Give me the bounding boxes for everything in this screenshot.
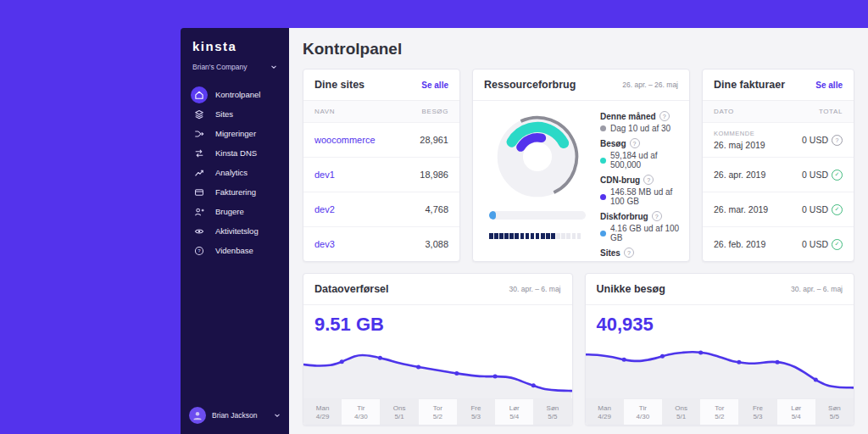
data-transfer-date-range: 30. apr. – 6. maj xyxy=(509,285,561,293)
sidebar-item-label: Kinsta DNS xyxy=(215,148,257,158)
invoice-date: 26. feb. 2019 xyxy=(714,239,765,249)
sidebar-item-aktivitetslog[interactable]: Aktivitetslog xyxy=(181,221,289,241)
legend-value: 59,184 ud af 500,000 xyxy=(610,151,681,170)
help-icon[interactable]: ? xyxy=(624,248,634,258)
company-selector[interactable]: Brian's Company xyxy=(181,55,289,85)
site-link[interactable]: dev3 xyxy=(314,239,335,249)
sidebar-item-videnbase[interactable]: ?Videnbase xyxy=(181,241,289,260)
table-row: dev33,088 xyxy=(303,227,459,261)
invoice-row: 26. mar. 20190 USD✓ xyxy=(703,192,854,227)
axis-day-label: Ons5/1 xyxy=(380,399,418,425)
axis-day-label: Man4/29 xyxy=(303,399,342,425)
bottom-row: Dataoverførsel 30. apr. – 6. maj 9.51 GB… xyxy=(303,273,854,426)
legend-item: CDN-brug?146.58 MB ud af 100 GB xyxy=(600,175,681,206)
sidebar-item-sites[interactable]: Sites xyxy=(181,104,289,124)
resources-visuals xyxy=(483,111,592,254)
user-menu[interactable]: Brian Jackson xyxy=(181,398,289,434)
svg-text:?: ? xyxy=(198,248,201,253)
axis-day-label: Ons5/1 xyxy=(662,399,700,425)
invoice-date: 26. maj 2019 xyxy=(714,140,765,150)
invoice-total: 0 USD xyxy=(802,170,828,180)
invoices-table-body: KOMMENDE26. maj 20190 USD?26. apr. 20190… xyxy=(703,123,854,261)
site-link[interactable]: woocommerce xyxy=(314,135,376,145)
invoice-date: 26. apr. 2019 xyxy=(714,170,765,180)
invoices-see-all-link[interactable]: Se alle xyxy=(815,81,843,90)
sites-see-all-link[interactable]: Se alle xyxy=(421,81,448,90)
paid-check-icon: ✓ xyxy=(832,204,843,215)
paid-check-icon: ✓ xyxy=(832,170,843,181)
sidebar-item-kinsta-dns[interactable]: Kinsta DNS xyxy=(181,143,289,163)
analytics-icon xyxy=(191,164,208,181)
sidebar-item-migreringer[interactable]: Migreringer xyxy=(181,124,289,143)
resources-legend: Denne måned?Dag 10 ud af 30Besøg?59,184 … xyxy=(600,111,681,254)
unique-visits-card: Unikke besøg 30. apr. – 6. maj 40,935 Ma… xyxy=(585,273,855,426)
legend-value: 146.58 MB ud af 100 GB xyxy=(610,187,681,206)
site-visits: 3,088 xyxy=(425,239,448,249)
sidebar-item-fakturering[interactable]: Fakturering xyxy=(181,182,289,202)
legend-label: Denne måned xyxy=(600,112,656,121)
help-icon[interactable]: ? xyxy=(630,138,640,148)
usage-donut-chart xyxy=(493,113,581,201)
site-link[interactable]: dev1 xyxy=(314,170,335,180)
users-icon xyxy=(191,203,208,220)
main-content: Kontrolpanel Dine sites Se alle NAVN BES… xyxy=(289,28,868,434)
upcoming-label: KOMMENDE xyxy=(714,130,765,137)
disk-usage-bar xyxy=(489,211,586,220)
resources-card-title: Ressourceforbrug xyxy=(484,79,576,91)
table-row: dev24,768 xyxy=(303,192,459,227)
help-icon[interactable]: ? xyxy=(652,211,662,221)
unique-visits-value: 40,935 xyxy=(586,305,854,336)
axis-day-label: Søn5/5 xyxy=(533,399,571,425)
legend-value: Dag 10 ud af 30 xyxy=(610,124,670,133)
sidebar-item-label: Fakturering xyxy=(215,187,256,197)
table-row: dev118,986 xyxy=(303,158,459,192)
unique-visits-date-range: 30. apr. – 6. maj xyxy=(791,285,843,293)
axis-day-label: Tir4/30 xyxy=(624,399,662,425)
unique-visits-axis: Man4/29Tir4/30Ons5/1Tor5/2Fre5/3Lør5/4Sø… xyxy=(586,398,854,425)
axis-day-label: Man4/29 xyxy=(586,399,624,425)
sidebar-item-label: Videnbase xyxy=(215,246,253,255)
invoice-total: 0 USD xyxy=(802,239,828,249)
sidebar-item-analytics[interactable]: Analytics xyxy=(181,163,289,182)
axis-day-label: Søn5/5 xyxy=(815,399,854,425)
sites-table-body: woocommerce28,961dev118,986dev24,768dev3… xyxy=(303,123,459,261)
activity-log-icon xyxy=(191,223,208,240)
data-transfer-title: Dataoverførsel xyxy=(314,283,389,295)
axis-day-label: Tor5/2 xyxy=(419,399,457,425)
company-name: Brian's Company xyxy=(192,63,247,71)
legend-dot xyxy=(600,125,606,131)
knowledge-base-icon: ? xyxy=(191,242,208,259)
sidebar-item-brugere[interactable]: Brugere xyxy=(181,202,289,221)
legend-label: Sites xyxy=(600,248,620,258)
chevron-down-icon xyxy=(274,412,281,419)
sites-card: Dine sites Se alle NAVN BESØG woocommerc… xyxy=(303,69,460,262)
legend-dot xyxy=(600,194,606,200)
top-row: Dine sites Se alle NAVN BESØG woocommerc… xyxy=(303,69,854,262)
invoice-date: 26. mar. 2019 xyxy=(714,204,768,214)
legend-label: Diskforbrug xyxy=(600,212,648,221)
column-header-total: TOTAL xyxy=(819,108,843,115)
help-icon[interactable]: ? xyxy=(643,175,654,185)
site-link[interactable]: dev2 xyxy=(314,204,335,214)
column-header-dato: DATO xyxy=(714,108,734,115)
axis-day-label: Lør5/4 xyxy=(495,399,533,425)
sidebar-nav: KontrolpanelSitesMigreringerKinsta DNSAn… xyxy=(181,85,289,260)
sidebar-item-kontrolpanel[interactable]: Kontrolpanel xyxy=(181,85,289,104)
invoice-total: 0 USD xyxy=(802,135,828,145)
sidebar-item-label: Migreringer xyxy=(215,129,256,138)
kinsta-logo: kinsta xyxy=(181,28,289,55)
pending-question-icon: ? xyxy=(832,135,843,146)
legend-value: 4.16 GB ud af 100 GB xyxy=(610,224,681,242)
page-title: Kontrolpanel xyxy=(303,40,854,58)
data-transfer-value: 9.51 GB xyxy=(303,305,572,336)
sites-card-title: Dine sites xyxy=(314,79,364,91)
axis-day-label: Tor5/2 xyxy=(700,399,738,425)
legend-item: Sites?12 ud af 30 xyxy=(600,248,681,262)
paid-check-icon: ✓ xyxy=(832,239,843,250)
axis-day-label: Lør5/4 xyxy=(777,399,815,425)
unique-visits-title: Unikke besøg xyxy=(597,283,665,295)
data-transfer-axis: Man4/29Tir4/30Ons5/1Tor5/2Fre5/3Lør5/4Sø… xyxy=(303,398,572,425)
table-row: woocommerce28,961 xyxy=(303,123,459,158)
help-icon[interactable]: ? xyxy=(659,111,670,121)
legend-item: Besøg?59,184 ud af 500,000 xyxy=(600,138,681,170)
